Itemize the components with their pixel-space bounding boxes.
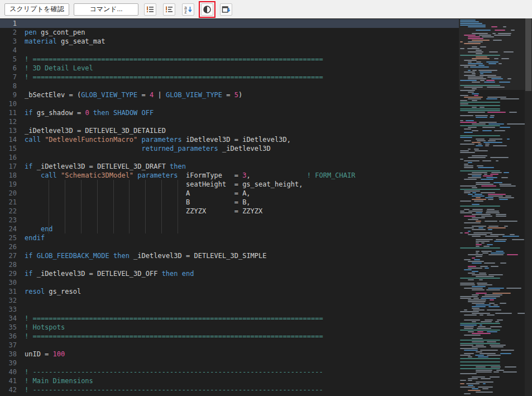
vertical-scrollbar[interactable] bbox=[525, 18, 532, 396]
code-line[interactable]: 11if gs_shadow = 0 then SHADOW OFF bbox=[0, 108, 459, 117]
line-number: 8 bbox=[0, 82, 25, 90]
line-number: 9 bbox=[0, 90, 25, 99]
line-number: 29 bbox=[0, 269, 25, 278]
code-line[interactable]: 29if _iDetlevel3D = DETLEVEL_3D_OFF then… bbox=[0, 269, 459, 278]
code-line[interactable]: 4 bbox=[0, 46, 459, 55]
code-line[interactable]: 10 bbox=[0, 99, 459, 108]
line-number: 3 bbox=[0, 37, 25, 46]
minimap[interactable] bbox=[459, 18, 525, 396]
scrollbar-thumb[interactable] bbox=[525, 18, 531, 91]
code-line[interactable]: 22 ZZYZX = ZZYZX bbox=[0, 207, 459, 216]
code-line[interactable]: 9_bSectElev = (GLOB_VIEW_TYPE = 4 | GLOB… bbox=[0, 90, 459, 99]
line-number: 15 bbox=[0, 144, 25, 153]
code-line[interactable]: 36! ====================================… bbox=[0, 332, 459, 341]
code-line[interactable]: 17if _iDetlevel3D = DETLEVEL_3D_DRAFT th… bbox=[0, 162, 459, 171]
check-script-button[interactable]: スクリプトを確認 bbox=[4, 3, 69, 16]
code-line[interactable]: 26 bbox=[0, 242, 459, 251]
code-line[interactable]: 15 returned_parameters _iDetlevel3D bbox=[0, 144, 459, 153]
parameter-list-alt-button[interactable] bbox=[163, 3, 175, 16]
code-line[interactable]: 19 seatHeight = gs_seat_height, bbox=[0, 180, 459, 189]
code-line[interactable]: 35! Hotspots bbox=[0, 323, 459, 332]
line-number: 33 bbox=[0, 305, 25, 314]
code-text: resol gs_resol bbox=[25, 287, 81, 296]
line-number: 23 bbox=[0, 216, 25, 225]
code-line[interactable]: 5! =====================================… bbox=[0, 55, 459, 64]
code-line[interactable]: 32 bbox=[0, 296, 459, 305]
code-line[interactable]: 39 bbox=[0, 359, 459, 368]
line-number: 19 bbox=[0, 180, 25, 189]
code-line[interactable]: 12 bbox=[0, 117, 459, 126]
code-line[interactable]: 25endif bbox=[0, 233, 459, 242]
code-line[interactable]: 18 call "Schematic3DModel" parameters iF… bbox=[0, 171, 459, 180]
code-line[interactable]: 21 B = B, bbox=[0, 198, 459, 207]
line-number: 4 bbox=[0, 46, 25, 55]
code-line[interactable]: 38unID = 100 bbox=[0, 350, 459, 359]
code-text: ! --------------------------------------… bbox=[25, 368, 323, 376]
line-number: 14 bbox=[0, 135, 25, 144]
code-text: if _iDetlevel3D = DETLEVEL_3D_DRAFT then bbox=[25, 162, 186, 171]
line-number: 36 bbox=[0, 332, 25, 341]
code-text: ZZYZX = ZZYZX bbox=[25, 207, 262, 216]
code-line[interactable]: 37 bbox=[0, 341, 459, 350]
code-line[interactable]: 27if GLOB_FEEDBACK_MODE then _iDetlevel3… bbox=[0, 251, 459, 260]
code-line[interactable]: 3material gs_seat_mat bbox=[0, 37, 459, 46]
code-text: A = A, bbox=[25, 189, 251, 198]
line-number: 38 bbox=[0, 350, 25, 359]
annotated-button-wrapper bbox=[201, 3, 213, 16]
code-text: B = B, bbox=[25, 198, 251, 207]
toolbar: スクリプトを確認 コマンド... bbox=[0, 0, 532, 18]
code-line[interactable]: 20 A = A, bbox=[0, 189, 459, 198]
code-line[interactable]: 23 bbox=[0, 216, 459, 225]
window-sort-button[interactable] bbox=[220, 3, 232, 16]
code-line[interactable]: 42! ------------------------------------… bbox=[0, 385, 459, 394]
contrast-toggle-button[interactable] bbox=[201, 3, 213, 16]
code-line[interactable]: 24 end bbox=[0, 225, 459, 233]
code-line[interactable]: 28 bbox=[0, 260, 459, 269]
code-text: unID = 100 bbox=[25, 350, 65, 359]
code-line[interactable]: 33 bbox=[0, 305, 459, 314]
code-text: _iDetlevel3D = DETLEVEL_3D_DETAILED bbox=[25, 126, 166, 135]
code-text: pen gs_cont_pen bbox=[25, 28, 85, 37]
code-text: call "DetlevelFunctionMacro" parameters … bbox=[25, 135, 291, 144]
code-line[interactable]: 34! ====================================… bbox=[0, 314, 459, 323]
code-line[interactable]: 2pen gs_cont_pen bbox=[0, 28, 459, 37]
code-line[interactable]: 16 bbox=[0, 153, 459, 162]
line-number: 11 bbox=[0, 108, 25, 117]
code-line[interactable]: 41! Main Dimensions bbox=[0, 376, 459, 385]
code-text: endif bbox=[25, 233, 45, 242]
line-number: 16 bbox=[0, 153, 25, 162]
code-text: seatHeight = gs_seat_height, bbox=[25, 180, 303, 189]
minimap-row bbox=[459, 393, 525, 395]
code-line[interactable]: 8 bbox=[0, 82, 459, 90]
code-line[interactable]: 31resol gs_resol bbox=[0, 287, 459, 296]
parameter-list-alt-icon bbox=[165, 5, 174, 14]
line-number: 40 bbox=[0, 368, 25, 376]
commands-button[interactable]: コマンド... bbox=[74, 3, 138, 16]
code-text: material gs_seat_mat bbox=[25, 37, 106, 46]
line-number: 24 bbox=[0, 225, 25, 233]
code-line[interactable]: 13_iDetlevel3D = DETLEVEL_3D_DETAILED bbox=[0, 126, 459, 135]
code-pane[interactable]: 12pen gs_cont_pen3material gs_seat_mat45… bbox=[0, 18, 459, 396]
svg-text:z: z bbox=[184, 9, 187, 14]
code-line[interactable]: 40! ------------------------------------… bbox=[0, 368, 459, 376]
parameter-list-button[interactable] bbox=[144, 3, 156, 16]
code-text: if GLOB_FEEDBACK_MODE then _iDetlevel3D … bbox=[25, 251, 267, 260]
line-number: 13 bbox=[0, 126, 25, 135]
line-number: 2 bbox=[0, 28, 25, 37]
sort-alpha-icon: a z bbox=[184, 5, 193, 14]
minimap-viewport[interactable] bbox=[459, 18, 525, 90]
code-rows: 12pen gs_cont_pen3material gs_seat_mat45… bbox=[0, 19, 459, 394]
line-number: 20 bbox=[0, 189, 25, 198]
code-line[interactable]: 14call "DetlevelFunctionMacro" parameter… bbox=[0, 135, 459, 144]
code-line[interactable]: 30 bbox=[0, 278, 459, 287]
code-line[interactable]: 7! =====================================… bbox=[0, 73, 459, 82]
contrast-toggle-icon bbox=[203, 5, 212, 14]
code-line[interactable]: 6! 3D Detail Level bbox=[0, 64, 459, 73]
code-text: ! --------------------------------------… bbox=[25, 385, 323, 394]
line-number: 42 bbox=[0, 385, 25, 394]
sort-alpha-button[interactable]: a z bbox=[182, 3, 194, 16]
code-text: returned_parameters _iDetlevel3D bbox=[25, 144, 271, 153]
code-line[interactable]: 1 bbox=[0, 19, 459, 28]
line-number: 12 bbox=[0, 117, 25, 126]
code-editor: 12pen gs_cont_pen3material gs_seat_mat45… bbox=[0, 18, 532, 396]
